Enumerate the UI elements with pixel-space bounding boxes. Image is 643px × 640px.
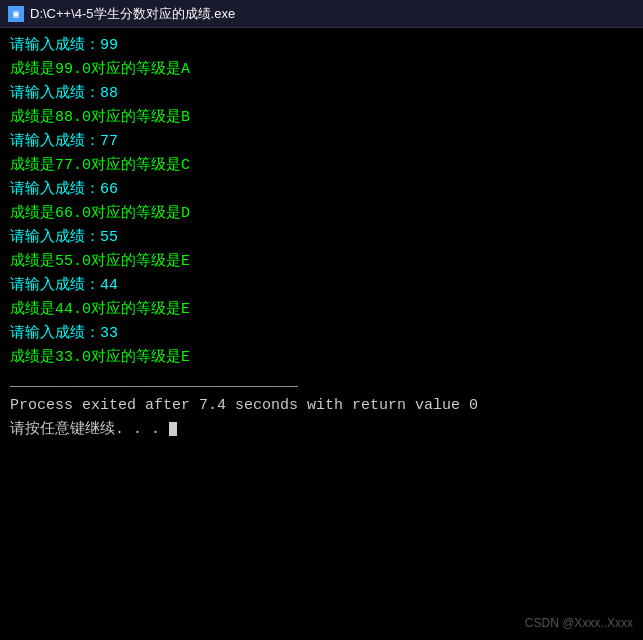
title-bar: ▣ D:\C++\4-5学生分数对应的成绩.exe: [0, 0, 643, 28]
console-line: 请按任意键继续. . .: [10, 418, 633, 442]
console-line: 成绩是33.0对应的等级是E: [10, 346, 633, 370]
window-icon: ▣: [8, 6, 24, 22]
console-line: 请输入成绩：55: [10, 226, 633, 250]
window-title: D:\C++\4-5学生分数对应的成绩.exe: [30, 5, 235, 23]
console-line: 请输入成绩：88: [10, 82, 633, 106]
watermark: CSDN @Xxxx..Xxxx: [525, 616, 633, 630]
console-line: 成绩是44.0对应的等级是E: [10, 298, 633, 322]
console-output: 请输入成绩：99成绩是99.0对应的等级是A请输入成绩：88成绩是88.0对应的…: [10, 34, 633, 442]
console-line: ________________________________: [10, 370, 633, 394]
console-line: Process exited after 7.4 seconds with re…: [10, 394, 633, 418]
console-line: 请输入成绩：99: [10, 34, 633, 58]
console-line: 成绩是88.0对应的等级是B: [10, 106, 633, 130]
console-line: 成绩是99.0对应的等级是A: [10, 58, 633, 82]
console-line: 成绩是66.0对应的等级是D: [10, 202, 633, 226]
console-area: 请输入成绩：99成绩是99.0对应的等级是A请输入成绩：88成绩是88.0对应的…: [0, 28, 643, 640]
console-line: 请输入成绩：44: [10, 274, 633, 298]
console-line: 请输入成绩：33: [10, 322, 633, 346]
console-line: 请输入成绩：66: [10, 178, 633, 202]
console-line: 成绩是77.0对应的等级是C: [10, 154, 633, 178]
cursor-blink: [169, 422, 177, 436]
console-line: 请输入成绩：77: [10, 130, 633, 154]
console-line: 成绩是55.0对应的等级是E: [10, 250, 633, 274]
